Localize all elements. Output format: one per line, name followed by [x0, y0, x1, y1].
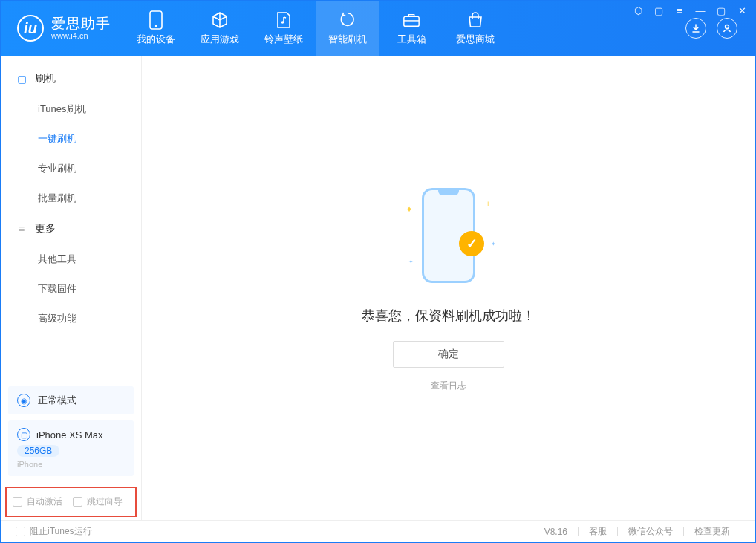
section-title: 更多	[35, 222, 56, 235]
tab-label: 铃声壁纸	[264, 33, 303, 46]
update-link[interactable]: 检查更新	[684, 525, 740, 538]
phone-notch	[438, 189, 459, 195]
logo-icon: iu	[17, 15, 44, 42]
success-illustration: ✦ ✦ + ✦ ✓	[382, 183, 515, 287]
mode-icon: ◉	[17, 394, 30, 407]
feedback-icon[interactable]: ▢	[653, 5, 665, 16]
checkbox-skip-wizard[interactable]: 跳过向导	[73, 495, 123, 508]
tab-toolbox[interactable]: 工具箱	[379, 1, 443, 56]
sparkle-icon: ✦	[408, 259, 414, 265]
tab-label: 应用游戏	[201, 33, 239, 46]
sparkle-icon: +	[486, 200, 490, 208]
skin-icon[interactable]: ⬡	[632, 5, 644, 16]
maximize-icon[interactable]: ▢	[715, 5, 727, 16]
cube-icon	[211, 11, 229, 29]
header: ⬡ ▢ ≡ — ▢ ✕ iu 爱思助手 www.i4.cn 我的设备 应用游戏	[1, 1, 755, 56]
wechat-link[interactable]: 微信公众号	[618, 525, 683, 538]
list-icon: ≡	[16, 223, 27, 235]
sidebar-section-more: ≡ 更多	[1, 213, 141, 244]
mode-card[interactable]: ◉ 正常模式	[8, 386, 134, 414]
tab-apps-games[interactable]: 应用游戏	[188, 1, 252, 56]
device-icon	[147, 11, 165, 29]
checkbox-auto-activate[interactable]: 自动激活	[13, 495, 62, 508]
header-right	[685, 18, 755, 39]
logo[interactable]: iu 爱思助手 www.i4.cn	[1, 15, 124, 42]
logo-text: 爱思助手 www.i4.cn	[51, 16, 111, 41]
window-controls: ⬡ ▢ ≡ — ▢ ✕	[632, 5, 748, 16]
app-url: www.i4.cn	[51, 31, 111, 40]
storage-badge: 256GB	[17, 445, 59, 457]
sidebar-item-batch-flash[interactable]: 批量刷机	[1, 183, 141, 213]
view-log-link[interactable]: 查看日志	[431, 380, 466, 392]
section-title: 刷机	[35, 72, 56, 85]
success-message: 恭喜您，保资料刷机成功啦！	[362, 307, 535, 325]
checkbox-icon	[16, 527, 25, 536]
sidebar-item-advanced[interactable]: 高级功能	[1, 304, 141, 334]
checkbox-label: 阻止iTunes运行	[30, 525, 92, 538]
app-title: 爱思助手	[51, 16, 111, 32]
bag-icon	[466, 11, 484, 29]
tab-label: 智能刷机	[328, 33, 367, 46]
device-name: iPhone XS Max	[36, 429, 103, 440]
app-window: ⬡ ▢ ≡ — ▢ ✕ iu 爱思助手 www.i4.cn 我的设备 应用游戏	[0, 0, 756, 543]
footer: 阻止iTunes运行 V8.16 客服 微信公众号 检查更新	[1, 520, 755, 542]
sidebar-item-oneclick-flash[interactable]: 一键刷机	[1, 124, 141, 154]
sparkle-icon: ✦	[491, 241, 496, 247]
sidebar-item-itunes-flash[interactable]: iTunes刷机	[1, 94, 141, 124]
svg-point-5	[726, 25, 729, 29]
menu-icon[interactable]: ≡	[674, 5, 685, 16]
header-tabs: 我的设备 应用游戏 铃声壁纸 智能刷机 工具箱 爱思商城	[124, 1, 507, 56]
sidebar: ▢ 刷机 iTunes刷机 一键刷机 专业刷机 批量刷机 ≡ 更多 其他工具 下…	[1, 56, 142, 520]
sidebar-item-other-tools[interactable]: 其他工具	[1, 244, 141, 274]
svg-rect-3	[404, 16, 419, 26]
support-link[interactable]: 客服	[579, 525, 617, 538]
checkbox-label: 跳过向导	[87, 495, 123, 508]
minimize-icon[interactable]: —	[694, 5, 706, 16]
svg-point-1	[155, 25, 157, 26]
checkbox-icon	[13, 497, 22, 507]
sidebar-item-download-firmware[interactable]: 下载固件	[1, 274, 141, 304]
tab-ringtones-wallpaper[interactable]: 铃声壁纸	[252, 1, 316, 56]
music-file-icon	[275, 11, 293, 29]
tab-smart-flash[interactable]: 智能刷机	[316, 1, 379, 56]
device-card[interactable]: ▢ iPhone XS Max 256GB iPhone	[8, 420, 134, 476]
body: ▢ 刷机 iTunes刷机 一键刷机 专业刷机 批量刷机 ≡ 更多 其他工具 下…	[1, 56, 755, 520]
tab-label: 爱思商城	[456, 33, 495, 46]
sidebar-scroll: ▢ 刷机 iTunes刷机 一键刷机 专业刷机 批量刷机 ≡ 更多 其他工具 下…	[1, 56, 141, 379]
highlighted-options: 自动激活 跳过向导	[5, 487, 137, 517]
tab-my-device[interactable]: 我的设备	[124, 1, 188, 56]
sparkle-icon: ✦	[405, 204, 413, 215]
footer-right: V8.16 客服 微信公众号 检查更新	[534, 525, 740, 538]
tab-label: 我的设备	[137, 33, 175, 46]
tab-label: 工具箱	[397, 33, 426, 46]
version-text: V8.16	[534, 527, 578, 537]
device-type: iPhone	[17, 460, 125, 469]
device-icon: ▢	[17, 428, 30, 441]
checkbox-icon	[73, 497, 82, 507]
checkbox-label: 自动激活	[27, 495, 62, 508]
toolbox-icon	[403, 11, 420, 29]
ok-button[interactable]: 确定	[393, 341, 504, 368]
close-icon[interactable]: ✕	[736, 5, 748, 16]
user-button[interactable]	[717, 18, 737, 39]
phone-icon: ▢	[16, 73, 27, 85]
sidebar-item-pro-flash[interactable]: 专业刷机	[1, 154, 141, 183]
check-badge-icon: ✓	[459, 231, 484, 256]
svg-point-2	[281, 21, 284, 24]
mode-text: 正常模式	[38, 394, 76, 407]
main-content: ✦ ✦ + ✦ ✓ 恭喜您，保资料刷机成功啦！ 确定 查看日志	[142, 56, 755, 520]
sidebar-section-flash: ▢ 刷机	[1, 63, 141, 94]
tab-store[interactable]: 爱思商城	[443, 1, 507, 56]
device-panel: ◉ 正常模式 ▢ iPhone XS Max 256GB iPhone	[1, 379, 141, 484]
download-button[interactable]	[685, 18, 706, 39]
checkbox-prevent-itunes[interactable]: 阻止iTunes运行	[16, 525, 92, 538]
refresh-shield-icon	[339, 11, 356, 29]
